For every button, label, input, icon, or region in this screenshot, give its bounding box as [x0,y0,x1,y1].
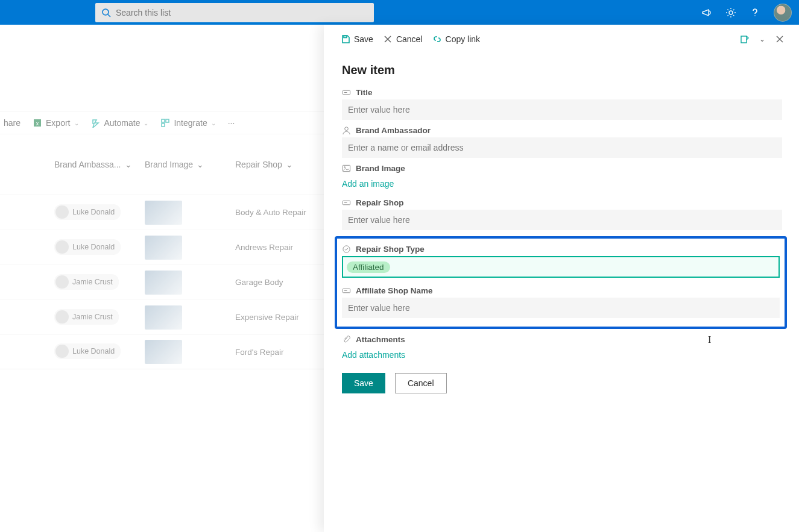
repair-shop-label: Repair Shop [342,198,782,207]
panel-save-button[interactable]: Save [341,34,373,44]
add-attachments-link[interactable]: Add attachments [342,346,405,363]
copy-link-button[interactable]: Copy link [432,34,481,44]
highlight-annotation: Repair Shop Type Affiliated Affiliate Sh… [335,236,787,329]
svg-rect-7 [166,119,169,122]
person-icon [342,126,351,135]
title-input[interactable] [342,99,782,120]
suite-bar [0,0,799,25]
export-button[interactable]: x Export⌄ [33,118,78,128]
text-field-icon [342,198,351,207]
svg-rect-18 [343,165,350,171]
svg-rect-6 [162,119,165,122]
image-icon [342,164,351,173]
svg-rect-9 [344,36,347,37]
svg-text:x: x [36,120,39,127]
svg-point-22 [343,246,350,252]
column-brand-ambassador[interactable]: Brand Ambassa...⌄ [54,160,145,169]
brand-image-label: Brand Image [342,164,782,173]
affiliate-shop-name-label: Affiliate Shop Name [342,286,780,295]
paperclip-icon [342,335,351,344]
repair-shop-type-select[interactable]: Affiliated [342,256,780,278]
avatar[interactable] [774,4,792,22]
svg-point-19 [344,167,346,168]
title-label: Title [342,88,782,97]
svg-point-0 [103,9,109,15]
new-item-panel: Save Cancel Copy link ⌄ New item Title [324,25,799,532]
megaphone-icon[interactable] [701,7,712,18]
close-icon[interactable] [775,34,785,44]
share-button[interactable]: hare [4,118,21,128]
svg-rect-8 [162,124,165,127]
repair-shop-input[interactable] [342,210,782,230]
panel-cancel-button[interactable]: Cancel [383,34,423,44]
search-icon [101,8,111,17]
repair-shop-cell: Body & Auto Repair [235,208,326,217]
svg-point-2 [729,11,733,14]
choice-icon [342,245,351,254]
person-pill: Luke Donald [54,204,121,220]
brand-ambassador-input[interactable] [342,137,782,158]
svg-rect-12 [741,36,747,43]
text-field-icon [342,286,351,295]
search-input[interactable] [116,8,368,17]
save-button[interactable]: Save [342,373,385,393]
choice-value: Affiliated [347,261,390,273]
edit-form-icon[interactable] [740,34,750,44]
help-icon[interactable] [750,7,760,18]
svg-point-3 [754,15,756,16]
column-brand-image[interactable]: Brand Image⌄ [145,160,235,169]
brand-image-thumb [145,201,182,225]
overflow-icon[interactable]: ··· [228,118,235,128]
integrate-button[interactable]: Integrate⌄ [160,118,215,128]
repair-shop-type-label: Repair Shop Type [342,245,780,254]
chevron-down-icon[interactable]: ⌄ [759,35,765,43]
add-image-link[interactable]: Add an image [342,175,394,192]
text-field-icon [342,88,351,97]
brand-ambassador-label: Brand Ambassador [342,126,782,135]
svg-point-17 [345,127,349,131]
gear-icon[interactable] [725,7,736,18]
panel-title: New item [342,63,782,77]
column-repair-shop[interactable]: Repair Shop⌄ [235,160,326,169]
svg-line-1 [108,14,110,17]
cancel-button[interactable]: Cancel [395,373,447,393]
panel-toolbar: Save Cancel Copy link ⌄ [324,25,799,54]
affiliate-shop-name-input[interactable] [342,298,780,318]
automate-button[interactable]: Automate⌄ [91,118,149,128]
attachments-label: Attachments [342,335,782,344]
search-box[interactable] [95,3,374,22]
